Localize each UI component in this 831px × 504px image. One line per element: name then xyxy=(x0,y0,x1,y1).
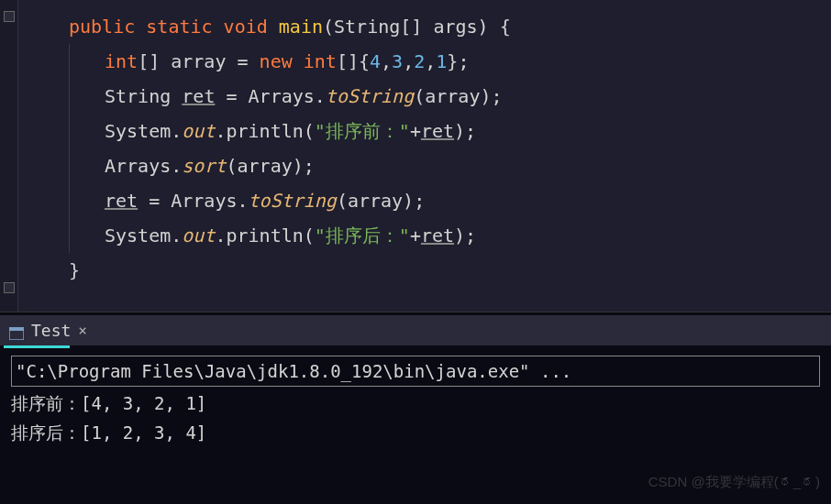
code-line: Arrays.sort(array); xyxy=(69,148,831,183)
code-line: System.out.println("排序前："+ret); xyxy=(69,114,831,148)
run-tab-icon xyxy=(9,324,24,337)
code-editor[interactable]: public static void main(String[] args) {… xyxy=(0,0,831,312)
console-output-line: 排序后：[1, 2, 3, 4] xyxy=(11,418,820,447)
code-line: System.out.println("排序后："+ret); xyxy=(69,218,831,253)
fold-marker-icon[interactable] xyxy=(4,282,15,293)
editor-gutter xyxy=(0,0,18,312)
code-line: ret = Arrays.toString(array); xyxy=(69,183,831,218)
code-content[interactable]: public static void main(String[] args) {… xyxy=(18,9,831,288)
svg-rect-1 xyxy=(9,327,24,331)
console-output-line: 排序前：[4, 3, 2, 1] xyxy=(11,389,820,418)
fold-marker-icon[interactable] xyxy=(4,11,15,22)
code-line: } xyxy=(69,253,831,288)
close-icon[interactable]: × xyxy=(78,322,87,339)
code-line: String ret = Arrays.toString(array); xyxy=(69,79,831,114)
active-tab-indicator xyxy=(4,345,70,348)
tab-label: Test xyxy=(31,321,71,340)
console-tab-test[interactable]: Test × xyxy=(4,317,96,344)
code-line: public static void main(String[] args) { xyxy=(69,9,831,44)
watermark-text: CSDN @我要学编程(ಥ_ಥ) xyxy=(648,474,820,491)
console-tab-bar: Test × xyxy=(0,315,831,348)
code-line: int[] array = new int[]{4,3,2,1}; xyxy=(69,44,831,79)
console-command-line: "C:\Program Files\Java\jdk1.8.0_192\bin\… xyxy=(11,356,820,387)
